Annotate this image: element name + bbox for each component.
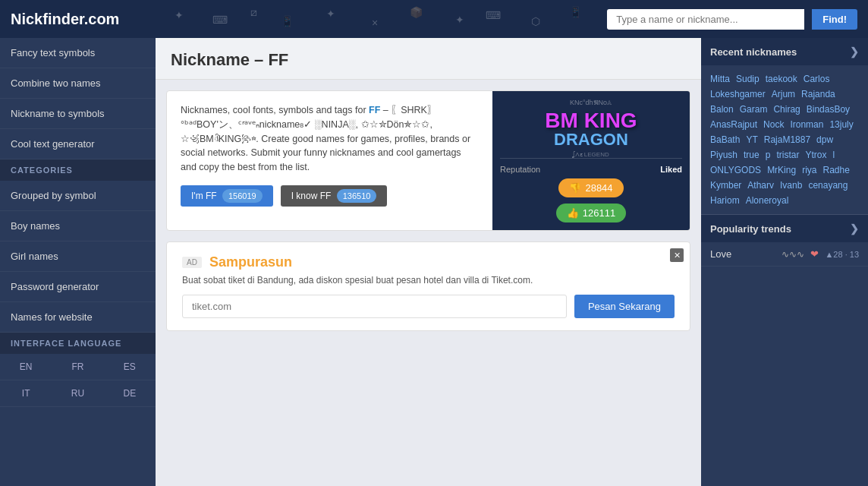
- search-input[interactable]: [607, 9, 804, 30]
- recent-name-tag[interactable]: Mitta: [709, 73, 731, 85]
- dislike-count: 28844: [585, 182, 612, 194]
- page-title: Nickname – FF: [156, 38, 701, 80]
- rep-header: Reputation Liked: [500, 165, 682, 174]
- recent-name-tag[interactable]: riya: [800, 164, 818, 176]
- visual-text-area: KNc°dh𝕹No𝔸 BM KING DRAGON ʆΛɛ LEGEND: [500, 99, 682, 158]
- popularity-item-love: Love ∿∿∿ ❤ ▲28 · 13: [701, 242, 868, 267]
- recent-name-tag[interactable]: MrKing: [766, 164, 797, 176]
- ad-close-button[interactable]: ✕: [670, 248, 684, 262]
- recent-name-tag[interactable]: tristar: [775, 149, 800, 161]
- lang-en[interactable]: EN: [0, 354, 52, 380]
- recent-name-tag[interactable]: Carlos: [802, 73, 832, 85]
- recent-name-tag[interactable]: p: [764, 149, 772, 161]
- recent-name-tag[interactable]: Radhe: [821, 164, 851, 176]
- sidebar-item-boy-names[interactable]: Boy names: [0, 211, 156, 241]
- imff-button[interactable]: I'm FF 156019: [181, 185, 273, 207]
- nickname-visual: KNc°dh𝕹No𝔸 BM KING DRAGON ʆΛɛ LEGEND Rep…: [492, 91, 690, 230]
- reputation-area: Reputation Liked 👎 28844 👍 126111: [500, 158, 682, 222]
- interface-language-label: INTERFACE LANGUAGE: [0, 333, 156, 354]
- sidebar-item-combine-two-names[interactable]: Combine two names: [0, 68, 156, 99]
- sidebar-item-fancy-text-symbols[interactable]: Fancy text symbols: [0, 38, 156, 68]
- lang-fr[interactable]: FR: [52, 354, 103, 380]
- recent-name-tag[interactable]: RajaM1887: [763, 134, 812, 146]
- ad-text: Buat sobat tiket di Bandung, ada diskon …: [182, 275, 675, 286]
- lang-ru[interactable]: RU: [52, 380, 103, 407]
- thumbs-down-icon: 👎: [569, 182, 581, 194]
- recent-name-tag[interactable]: Sudip: [734, 73, 761, 85]
- right-sidebar: Recent nicknames ❯ MittaSudiptaekookCarl…: [701, 38, 868, 486]
- dislike-button[interactable]: 👎 28844: [558, 178, 623, 197]
- recent-name-tag[interactable]: Hariom: [709, 194, 741, 207]
- reputation-label: Reputation: [500, 165, 540, 174]
- main-layout: Fancy text symbols Combine two names Nic…: [0, 38, 868, 486]
- nickname-card: Nicknames, cool fonts, symbols and tags …: [166, 90, 690, 231]
- recent-icon: ❯: [850, 46, 859, 58]
- lang-es[interactable]: ES: [104, 354, 156, 380]
- recent-name-tag[interactable]: Piyush: [709, 149, 739, 161]
- center-content: Nickname – FF Nicknames, cool fonts, sym…: [156, 38, 701, 486]
- recent-name-tag[interactable]: Garam: [738, 103, 769, 115]
- ad-badge: AD: [182, 257, 202, 268]
- recent-name-tag[interactable]: YT: [744, 134, 759, 146]
- recent-name-tag[interactable]: AnasRajput: [709, 118, 759, 131]
- recent-name-tag[interactable]: dpw: [815, 134, 835, 146]
- sidebar-item-grouped-by-symbol[interactable]: Grouped by symbol: [0, 181, 156, 211]
- header: ✦ ⌨ ⧄ 📱 ✦ × 📦 ✦ ⌨ ⬡ 📱 ✦ Nickfinder.com F…: [0, 0, 868, 38]
- lang-it[interactable]: IT: [0, 380, 52, 407]
- sidebar-item-nickname-to-symbols[interactable]: Nickname to symbols: [0, 99, 156, 129]
- pop-stats-love: ▲28 · 13: [825, 250, 859, 259]
- popularity-icon: ❯: [850, 222, 859, 235]
- recent-name-tag[interactable]: cenayang: [807, 179, 849, 191]
- recent-name-tag[interactable]: l: [831, 149, 836, 161]
- recent-name-tag[interactable]: Chirag: [772, 103, 801, 115]
- language-row-2: IT RU DE: [0, 380, 156, 407]
- recent-name-tag[interactable]: true: [742, 149, 761, 161]
- recent-name-tag[interactable]: 13july: [828, 118, 854, 131]
- sidebar-item-cool-text-generator[interactable]: Cool text generator: [0, 129, 156, 159]
- visual-bottom-labels: ʆΛɛ LEGEND: [545, 151, 637, 158]
- sidebar-item-names-for-website[interactable]: Names for website: [0, 302, 156, 333]
- recent-name-tag[interactable]: BindasBoy: [805, 103, 851, 115]
- recent-name-tag[interactable]: Ivanb: [778, 179, 804, 191]
- sidebar-item-password-generator[interactable]: Password generator: [0, 272, 156, 302]
- search-button[interactable]: Find!: [812, 9, 857, 30]
- ad-logo-area: AD Sampurasun: [182, 254, 675, 270]
- pop-sparkline-love: ∿∿∿: [782, 249, 804, 260]
- recent-name-tag[interactable]: taekook: [764, 73, 799, 85]
- recent-name-tag[interactable]: Aloneroyal: [744, 194, 791, 207]
- recent-name-tag[interactable]: Nock: [762, 118, 785, 131]
- pop-heart-icon: ❤: [810, 248, 819, 260]
- recent-name-tag[interactable]: BaBath: [709, 134, 741, 146]
- sidebar-item-girl-names[interactable]: Girl names: [0, 241, 156, 272]
- recent-name-tag[interactable]: Rajanda: [800, 88, 837, 100]
- iknowff-count: 136510: [337, 189, 377, 203]
- recent-names-grid: MittaSudiptaekookCarlosLokeshgamerArjumR…: [701, 65, 868, 214]
- visual-top-labels: KNc°dh𝕹No𝔸: [545, 99, 637, 107]
- liked-label: Liked: [660, 165, 682, 174]
- recent-name-tag[interactable]: ONLYGODS: [709, 164, 763, 176]
- categories-label: CATEGORIES: [0, 159, 156, 181]
- ad-input[interactable]: [182, 295, 567, 318]
- recent-name-tag[interactable]: Balon: [709, 103, 735, 115]
- popularity-section: Popularity trends ❯ Love ∿∿∿ ❤ ▲28 · 13: [701, 214, 868, 267]
- lang-de[interactable]: DE: [104, 380, 156, 407]
- language-row-1: EN FR ES: [0, 354, 156, 380]
- nickname-description: Nicknames, cool fonts, symbols and tags …: [181, 103, 479, 175]
- recent-name-tag[interactable]: Ironman: [788, 118, 825, 131]
- recent-name-tag[interactable]: Kymber: [709, 179, 743, 191]
- nickname-info: Nicknames, cool fonts, symbols and tags …: [167, 91, 492, 230]
- iknowff-button[interactable]: I know FF 136510: [281, 185, 388, 207]
- like-count: 126111: [583, 207, 615, 219]
- ad-cta-button[interactable]: Pesan Sekarang: [574, 295, 675, 318]
- recent-name-tag[interactable]: Ytrox: [804, 149, 828, 161]
- ff-highlight: FF: [369, 105, 380, 115]
- recent-name-tag[interactable]: Arjum: [770, 88, 797, 100]
- recent-name-tag[interactable]: Lokeshgamer: [709, 88, 767, 100]
- like-button[interactable]: 👍 126111: [556, 204, 626, 222]
- thumbs-up-icon: 👍: [567, 207, 579, 219]
- popularity-trends-title: Popularity trends ❯: [701, 215, 868, 242]
- recent-name-tag[interactable]: Atharv: [746, 179, 775, 191]
- sidebar: Fancy text symbols Combine two names Nic…: [0, 38, 156, 486]
- site-logo[interactable]: Nickfinder.com: [11, 11, 119, 28]
- imff-count: 156019: [222, 189, 263, 203]
